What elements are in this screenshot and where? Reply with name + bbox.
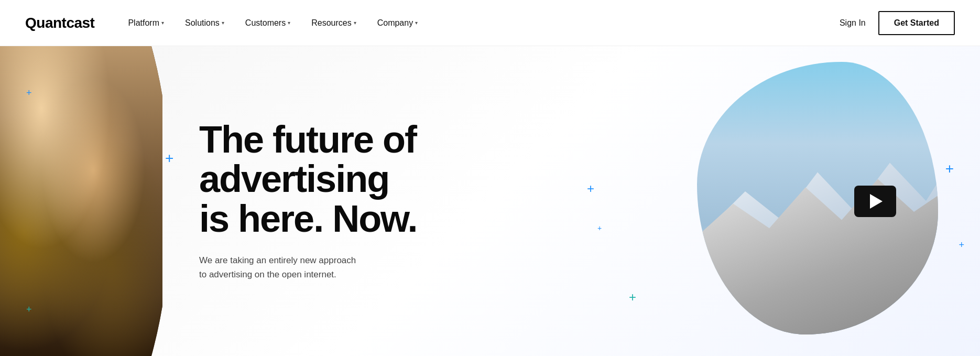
brand-logo[interactable]: Quantcast	[25, 15, 94, 31]
play-button-container	[854, 186, 896, 217]
nav-platform-label: Platform	[128, 18, 159, 28]
nav-item-resources[interactable]: Resources ▾	[303, 14, 364, 32]
nav-item-company[interactable]: Company ▾	[369, 14, 426, 32]
navbar: Quantcast Platform ▾ Solutions ▾ Custome…	[0, 0, 980, 46]
nav-item-solutions[interactable]: Solutions ▾	[177, 14, 233, 32]
decoration-plus-2: +	[165, 151, 173, 166]
right-blob-shape	[697, 62, 938, 335]
nav-company-label: Company	[377, 18, 413, 28]
decoration-plus-8: +	[959, 240, 964, 250]
hero-right-image	[697, 62, 938, 335]
nav-solutions-label: Solutions	[185, 18, 220, 28]
play-icon	[870, 194, 883, 209]
nav-resources-label: Resources	[311, 18, 351, 28]
sign-in-link[interactable]: Sign In	[840, 18, 866, 28]
decoration-plus-3: +	[26, 305, 32, 314]
nav-actions: Sign In Get Started	[840, 11, 955, 35]
hero-content: The future of advertising is here. Now. …	[199, 120, 417, 282]
hero-people-image	[0, 46, 162, 356]
hero-section: The future of advertising is here. Now. …	[0, 46, 980, 356]
decoration-plus-5: +	[597, 224, 602, 232]
decoration-plus-4: +	[587, 182, 594, 195]
chevron-down-icon: ▾	[354, 20, 356, 26]
play-button[interactable]	[854, 186, 896, 217]
nav-item-customers[interactable]: Customers ▾	[237, 14, 299, 32]
decoration-plus-7: +	[945, 161, 954, 176]
chevron-down-icon: ▾	[222, 20, 224, 26]
decoration-plus-6: +	[629, 291, 636, 304]
nav-item-platform[interactable]: Platform ▾	[119, 14, 172, 32]
nav-links: Platform ▾ Solutions ▾ Customers ▾ Resou…	[119, 14, 840, 32]
decoration-plus-1: +	[26, 88, 32, 98]
chevron-down-icon: ▾	[415, 20, 418, 26]
chevron-down-icon: ▾	[288, 20, 290, 26]
chevron-down-icon: ▾	[161, 20, 164, 26]
nav-customers-label: Customers	[245, 18, 286, 28]
hero-subtext: We are taking an entirely new approach t…	[199, 254, 398, 282]
people-overlay	[0, 46, 162, 356]
hero-headline: The future of advertising is here. Now.	[199, 120, 417, 239]
get-started-button[interactable]: Get Started	[878, 11, 955, 35]
